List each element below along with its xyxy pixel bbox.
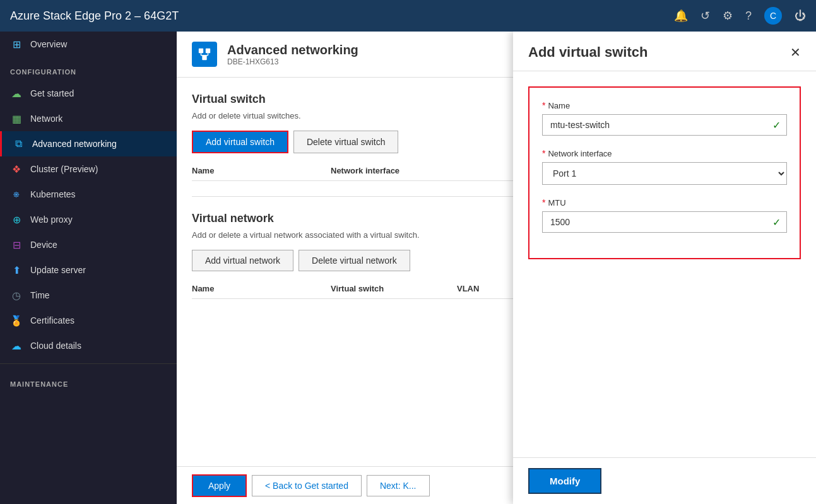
vs-col-ni: Network interface bbox=[331, 166, 457, 175]
name-checkmark: ✓ bbox=[772, 119, 781, 131]
ni-required-star: * bbox=[542, 148, 545, 158]
overview-icon: ⊞ bbox=[10, 38, 23, 50]
back-button[interactable]: < Back to Get started bbox=[252, 475, 362, 496]
name-input-wrapper: ✓ bbox=[542, 114, 787, 136]
add-virtual-network-button[interactable]: Add virtual network bbox=[192, 250, 293, 271]
title-bar: Azure Stack Edge Pro 2 – 64G2T 🔔 ↺ ⚙ ? C… bbox=[0, 0, 816, 32]
page-title: Advanced networking bbox=[227, 43, 358, 57]
sidebar-item-kubernetes[interactable]: ⎈ Kubernetes bbox=[0, 182, 177, 207]
mtu-form-group: * MTU ✓ bbox=[542, 197, 787, 233]
mtu-input-wrapper: ✓ bbox=[542, 211, 787, 233]
side-panel-title: Add virtual switch bbox=[528, 44, 647, 61]
name-label: * Name bbox=[542, 100, 787, 110]
network-interface-form-group: * Network interface Port 1 Port 2 Port 3… bbox=[542, 148, 787, 185]
time-icon: ◷ bbox=[10, 289, 23, 302]
maintenance-section-label: MAINTENANCE bbox=[0, 369, 177, 393]
help-icon[interactable]: ? bbox=[745, 9, 752, 23]
settings-icon[interactable]: ⚙ bbox=[723, 9, 733, 23]
side-panel: Add virtual switch ✕ * Name ✓ bbox=[513, 32, 816, 504]
network-interface-select[interactable]: Port 1 Port 2 Port 3 Port 4 bbox=[542, 162, 787, 185]
get-started-icon: ☁ bbox=[10, 87, 23, 100]
config-section-label: CONFIGURATION bbox=[0, 57, 177, 81]
vs-col-name: Name bbox=[192, 166, 331, 175]
delete-virtual-switch-button[interactable]: Delete virtual switch bbox=[293, 131, 399, 153]
device-icon: ⊟ bbox=[10, 238, 23, 251]
web-proxy-icon: ⊕ bbox=[10, 213, 23, 226]
sidebar-item-web-proxy[interactable]: ⊕ Web proxy bbox=[0, 207, 177, 232]
sidebar: ⊞ Overview CONFIGURATION ☁ Get started ▦… bbox=[0, 32, 177, 504]
apply-button[interactable]: Apply bbox=[192, 474, 247, 497]
kubernetes-icon: ⎈ bbox=[10, 188, 23, 201]
side-panel-content: * Name ✓ * Network interface bbox=[513, 71, 816, 457]
bell-icon[interactable]: 🔔 bbox=[674, 9, 688, 23]
svg-rect-0 bbox=[199, 49, 203, 53]
svg-rect-2 bbox=[202, 56, 206, 60]
refresh-icon[interactable]: ↺ bbox=[701, 9, 710, 23]
page-header-info: Advanced networking DBE-1HXG613 bbox=[227, 43, 358, 66]
update-icon: ⬆ bbox=[10, 264, 23, 276]
cloud-icon: ☁ bbox=[10, 339, 23, 352]
next-button[interactable]: Next: K... bbox=[367, 475, 430, 496]
vn-col-vs: Virtual switch bbox=[331, 284, 457, 293]
page-header-icon bbox=[192, 42, 217, 67]
name-input[interactable] bbox=[542, 114, 787, 136]
name-required-star: * bbox=[542, 100, 545, 110]
sidebar-item-time[interactable]: ◷ Time bbox=[0, 283, 177, 308]
add-virtual-switch-button[interactable]: Add virtual switch bbox=[192, 131, 288, 153]
sidebar-item-cluster[interactable]: ❖ Cluster (Preview) bbox=[0, 156, 177, 182]
sidebar-item-advanced-networking[interactable]: ⧉ Advanced networking bbox=[0, 131, 177, 156]
mtu-checkmark: ✓ bbox=[772, 216, 781, 228]
network-icon: ▦ bbox=[10, 112, 23, 125]
vn-col-name: Name bbox=[192, 284, 331, 293]
vn-col-vlan: VLAN bbox=[457, 284, 520, 293]
form-panel: * Name ✓ * Network interface bbox=[528, 86, 801, 259]
sidebar-item-get-started[interactable]: ☁ Get started bbox=[0, 81, 177, 106]
network-interface-label: * Network interface bbox=[542, 148, 787, 158]
cluster-icon: ❖ bbox=[10, 163, 23, 175]
side-panel-header: Add virtual switch ✕ bbox=[513, 32, 816, 71]
delete-virtual-network-button[interactable]: Delete virtual network bbox=[299, 250, 410, 271]
sidebar-item-device[interactable]: ⊟ Device bbox=[0, 232, 177, 257]
svg-rect-1 bbox=[206, 49, 210, 53]
sidebar-item-cloud-details[interactable]: ☁ Cloud details bbox=[0, 333, 177, 358]
power-icon[interactable]: ⏻ bbox=[795, 9, 806, 23]
sidebar-item-network[interactable]: ▦ Network bbox=[0, 106, 177, 131]
account-icon[interactable]: C bbox=[764, 7, 782, 25]
page-subtitle: DBE-1HXG613 bbox=[227, 57, 358, 66]
mtu-required-star: * bbox=[542, 197, 545, 208]
cert-icon: 🏅 bbox=[10, 314, 23, 327]
sidebar-item-update-server[interactable]: ⬆ Update server bbox=[0, 257, 177, 283]
sidebar-item-certificates[interactable]: 🏅 Certificates bbox=[0, 308, 177, 333]
sidebar-item-overview[interactable]: ⊞ Overview bbox=[0, 32, 177, 57]
side-panel-close-button[interactable]: ✕ bbox=[790, 45, 801, 60]
name-form-group: * Name ✓ bbox=[542, 100, 787, 136]
side-panel-footer: Modify bbox=[513, 457, 816, 504]
mtu-label: * MTU bbox=[542, 197, 787, 208]
content-area: Advanced networking DBE-1HXG613 Virtual … bbox=[177, 32, 816, 504]
modify-button[interactable]: Modify bbox=[528, 468, 601, 494]
app-title: Azure Stack Edge Pro 2 – 64G2T bbox=[10, 9, 179, 23]
adv-net-icon: ⧉ bbox=[12, 138, 25, 150]
mtu-input[interactable] bbox=[542, 211, 787, 233]
